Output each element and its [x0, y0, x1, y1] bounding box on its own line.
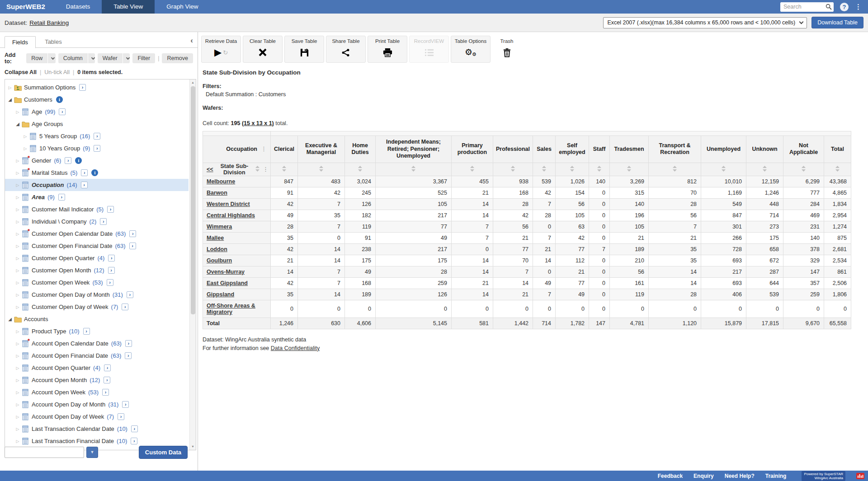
add-field-arrow-icon[interactable]: ›: [79, 84, 86, 91]
add-field-arrow-icon[interactable]: ›: [102, 389, 109, 396]
field-search-input[interactable]: [5, 447, 84, 458]
add-to-row-label[interactable]: Row: [26, 53, 47, 63]
sort-icon[interactable]: [570, 167, 574, 173]
field-filter-dropdown-button[interactable]: ▼: [86, 447, 98, 458]
add-field-arrow-icon[interactable]: ›: [122, 401, 129, 408]
tree-item-label[interactable]: Account Open Week: [32, 389, 85, 396]
add-field-arrow-icon[interactable]: ›: [127, 291, 133, 298]
tree-item-account-open-calendar-date[interactable]: ▷*Account Open Calendar Date(63)›: [5, 337, 189, 350]
expand-node-icon[interactable]: ▷: [14, 354, 21, 358]
row-label-link[interactable]: Loddon: [207, 246, 227, 252]
tree-scrollbar[interactable]: ▲ ▼: [189, 79, 196, 450]
add-to-column-label[interactable]: Column: [58, 53, 88, 63]
expand-node-icon[interactable]: ▷: [14, 183, 21, 187]
tree-item-label[interactable]: Account Open Day of Week: [32, 413, 104, 420]
tree-item-label[interactable]: 5 Years Group: [39, 133, 77, 140]
add-field-arrow-icon[interactable]: ›: [125, 340, 132, 347]
tree-item-label[interactable]: Account Open Quarter: [32, 364, 90, 371]
tree-item-label[interactable]: Product Type: [32, 328, 66, 335]
expand-node-icon[interactable]: ▷: [22, 134, 28, 139]
clear-table-button[interactable]: Clear Table: [243, 36, 283, 63]
save-table-button[interactable]: Save Table: [284, 36, 324, 63]
tree-item-label[interactable]: Customer Open Month: [32, 267, 91, 274]
tree-item-gender[interactable]: ▷*Gender(6)›i: [5, 154, 189, 167]
sort-icon[interactable]: [358, 167, 362, 173]
expand-node-icon[interactable]: ▷: [14, 256, 21, 261]
tree-item-accounts[interactable]: ◢Accounts: [5, 313, 189, 325]
add-field-arrow-icon[interactable]: ›: [65, 157, 71, 164]
tree-item-customer-open-day-of-month[interactable]: ▷Customer Open Day of Month(31)›: [5, 289, 189, 301]
tree-item-10-years-group[interactable]: ▷10 Years Group(9)›: [5, 142, 189, 154]
row-label-link[interactable]: Central Highlands: [207, 212, 255, 219]
row-dimension-label[interactable]: State Sub-Division: [217, 163, 252, 176]
info-icon[interactable]: i: [75, 157, 82, 164]
tree-item-label[interactable]: Marital Status: [32, 169, 67, 176]
expand-node-icon[interactable]: ▷: [14, 293, 21, 297]
tree-item-label[interactable]: Accounts: [24, 316, 48, 322]
row-label-link[interactable]: East Gippsland: [207, 280, 248, 286]
tree-item-product-type[interactable]: ▷Product Type(10)›: [5, 325, 189, 337]
column-menu-icon[interactable]: ⋮: [261, 145, 267, 153]
expand-node-icon[interactable]: ▷: [14, 341, 21, 346]
sort-cell-tradesmen[interactable]: [610, 163, 649, 176]
sort-cell-primary-production[interactable]: [452, 163, 493, 176]
tree-item-label[interactable]: Customer Open Calendar Date: [32, 230, 113, 237]
filter-button[interactable]: Filter: [132, 53, 155, 63]
expand-node-icon[interactable]: ▷: [14, 244, 21, 248]
add-field-arrow-icon[interactable]: ›: [125, 352, 132, 359]
tree-item-label[interactable]: Customer Mail Indicator: [32, 206, 94, 213]
expand-node-icon[interactable]: ▷: [14, 378, 21, 383]
column-caret-icon[interactable]: [88, 53, 95, 63]
row-label-link[interactable]: Gippsland: [207, 291, 234, 298]
add-field-arrow-icon[interactable]: ›: [131, 438, 137, 444]
tree-item-account-open-day-of-month[interactable]: ▷Account Open Day of Month(31)›: [5, 398, 189, 411]
wafer-caret-icon[interactable]: [123, 53, 130, 63]
sort-cell-unknown[interactable]: [746, 163, 783, 176]
tab-tables[interactable]: Tables: [38, 36, 69, 47]
remove-button[interactable]: Remove: [162, 53, 193, 63]
tree-item-customer-open-week[interactable]: ▷Customer Open Week(53)›: [5, 276, 189, 289]
info-icon[interactable]: i: [56, 96, 63, 103]
sort-icon[interactable]: [319, 167, 323, 173]
add-field-arrow-icon[interactable]: ›: [122, 304, 128, 310]
sort-icon[interactable]: [763, 167, 767, 173]
footer-link-need-help[interactable]: Need Help?: [725, 473, 755, 479]
add-field-arrow-icon[interactable]: ›: [129, 243, 136, 249]
tree-item-account-open-month[interactable]: ▷Account Open Month(12)›: [5, 374, 189, 386]
sort-cell-transport-recreation[interactable]: [649, 163, 701, 176]
add-to-wafer-label[interactable]: Wafer: [98, 53, 123, 63]
sort-cell-unemployed[interactable]: [701, 163, 746, 176]
footer-link-training[interactable]: Training: [765, 473, 787, 479]
tree-item-label[interactable]: Last Transaction Calendar Date: [32, 425, 114, 432]
add-field-arrow-icon[interactable]: ›: [107, 279, 113, 286]
sort-icon[interactable]: [802, 167, 806, 173]
sort-icon[interactable]: [511, 167, 515, 173]
tree-item-summation-options[interactable]: ▷ΣSummation Options›: [5, 81, 189, 93]
expand-node-icon[interactable]: ▷: [14, 207, 21, 212]
tree-item-label[interactable]: Customer Open Day of Week: [32, 304, 108, 310]
expand-node-icon[interactable]: ▷: [14, 219, 21, 224]
dataset-name-link[interactable]: Retail Banking: [29, 19, 69, 26]
add-field-arrow-icon[interactable]: ›: [131, 425, 138, 432]
tree-item-label[interactable]: Customer Open Week: [32, 279, 90, 286]
sort-icon[interactable]: [255, 166, 259, 173]
tab-fields[interactable]: Fields: [5, 36, 36, 48]
sort-cell-clerical[interactable]: [271, 163, 298, 176]
add-field-arrow-icon[interactable]: ›: [107, 206, 114, 213]
tree-item-account-open-financial-date[interactable]: ▷Account Open Financial Date(63)›: [5, 350, 189, 362]
expand-node-icon[interactable]: ▷: [14, 232, 21, 236]
tab-table-view[interactable]: Table View: [102, 0, 155, 14]
expand-node-icon[interactable]: ▷: [14, 439, 21, 444]
row-label-link[interactable]: Melbourne: [207, 178, 235, 185]
sort-icon[interactable]: [470, 167, 474, 173]
tree-item-label[interactable]: Account Open Calendar Date: [32, 340, 108, 347]
tree-item-label[interactable]: Age: [32, 108, 42, 115]
print-table-button[interactable]: Print Table: [368, 36, 407, 63]
sort-cell-sales[interactable]: [533, 163, 556, 176]
scroll-up-icon[interactable]: ▲: [190, 79, 196, 86]
add-field-arrow-icon[interactable]: ›: [118, 413, 124, 420]
tree-item-customer-open-calendar-date[interactable]: ▷*Customer Open Calendar Date(63)›: [5, 228, 189, 240]
add-to-row-button[interactable]: Row: [26, 53, 55, 63]
collapse-all-link[interactable]: Collapse All: [5, 69, 37, 75]
tree-item-customers[interactable]: ◢Customersi: [5, 93, 189, 106]
